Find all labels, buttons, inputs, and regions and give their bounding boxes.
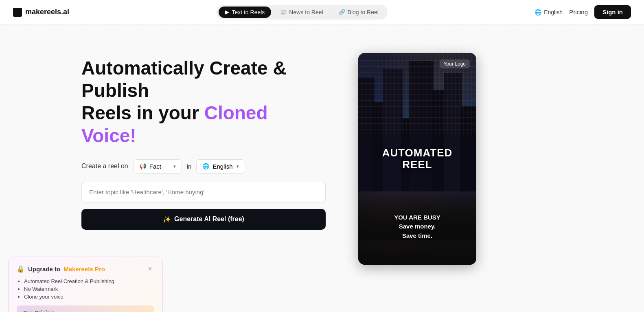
news-icon: 📰 — [280, 9, 287, 15]
lang-chevron-down-icon: ▾ — [237, 164, 239, 169]
reel-bottom-text: YOU ARE BUSY Save money. Save time. — [370, 213, 464, 241]
upgrade-feature-3: Clone your voice — [24, 294, 154, 300]
tab-news-to-reel-label: News to Reel — [289, 9, 323, 15]
lock-icon: 🔒 — [17, 265, 25, 273]
upgrade-title: 🔒 Upgrade to Makereels Pro — [17, 265, 105, 273]
in-label: in — [187, 163, 192, 170]
close-icon: × — [148, 265, 152, 272]
reel-title-line2: REEL — [402, 158, 432, 171]
upgrade-prefix: Upgrade to — [28, 266, 60, 272]
upgrade-features-list: Automated Reel Creation & Publishing No … — [17, 278, 154, 300]
header: makereels.ai ▶ Text to Reels 📰 News to R… — [0, 0, 644, 24]
hero-title-line1: Automatically Create & Publish — [81, 57, 287, 101]
see-pricing-button[interactable]: See Pricing → — [17, 305, 154, 312]
language-dropdown-label: English — [212, 163, 232, 170]
close-banner-button[interactable]: × — [146, 264, 154, 273]
reel-title: AUTOMATED REEL — [370, 147, 464, 170]
create-row: Create a reel on 📢 Fact ▾ in 🌐 English ▾ — [81, 159, 326, 174]
generate-button[interactable]: ✨ Generate AI Reel (free) — [81, 209, 326, 230]
see-pricing-label: See Pricing — [23, 310, 54, 312]
upgrade-banner: 🔒 Upgrade to Makereels Pro × Automated R… — [8, 257, 163, 312]
fact-label: Fact — [149, 163, 161, 170]
header-right: 🌐 English Pricing Sign in — [534, 5, 631, 19]
reel-bottom-line3: Save time. — [370, 231, 464, 241]
language-dropdown[interactable]: 🌐 English ▾ — [196, 159, 245, 174]
reel-preview: Your Logo AUTOMATED REEL YOU ARE BUSY Sa… — [358, 53, 476, 265]
logo-icon — [13, 8, 22, 17]
create-label: Create a reel on — [81, 163, 128, 170]
tab-text-to-reels-label: Text to Reels — [232, 9, 265, 15]
tab-news-to-reel[interactable]: 📰 News to Reel — [274, 7, 329, 18]
signin-button[interactable]: Sign in — [594, 5, 631, 19]
pricing-link[interactable]: Pricing — [569, 9, 588, 15]
sparkle-icon: ✨ — [163, 215, 171, 223]
reel-bottom-line1: YOU ARE BUSY — [370, 213, 464, 222]
signin-label: Sign in — [602, 9, 623, 15]
left-panel: Automatically Create & Publish Reels in … — [81, 57, 326, 230]
hero-title-line2-prefix: Reels in your — [81, 102, 204, 123]
arrow-right-icon: → — [142, 310, 148, 312]
upgrade-header: 🔒 Upgrade to Makereels Pro × — [17, 264, 154, 273]
reel-bottom-line2: Save money. — [370, 222, 464, 231]
language-label: English — [544, 9, 563, 15]
tab-blog-to-reel-label: Blog to Reel — [348, 9, 379, 15]
globe-icon: 🌐 — [202, 163, 209, 169]
topic-input[interactable] — [81, 182, 326, 202]
hero-title: Automatically Create & Publish Reels in … — [81, 57, 326, 147]
translate-icon: 🌐 — [534, 9, 541, 15]
video-icon: ▶ — [225, 9, 229, 15]
nav-tabs: ▶ Text to Reels 📰 News to Reel 🔗 Blog to… — [216, 5, 387, 20]
logo-text: makereels.ai — [25, 8, 69, 16]
tab-text-to-reels[interactable]: ▶ Text to Reels — [219, 7, 271, 18]
main-content: Automatically Create & Publish Reels in … — [0, 24, 644, 289]
link-icon: 🔗 — [339, 9, 345, 15]
upgrade-pro-label: Makereels Pro — [64, 266, 105, 272]
reel-title-line1: AUTOMATED — [382, 147, 453, 159]
fact-dropdown[interactable]: 📢 Fact ▾ — [133, 159, 182, 174]
upgrade-feature-2: No Watermark — [24, 286, 154, 292]
tab-blog-to-reel[interactable]: 🔗 Blog to Reel — [332, 7, 385, 18]
fact-chevron-down-icon: ▾ — [173, 164, 176, 169]
fact-icon: 📢 — [139, 163, 146, 169]
reel-main-text: AUTOMATED REEL — [370, 147, 464, 170]
generate-label: Generate AI Reel (free) — [174, 215, 244, 223]
pricing-label: Pricing — [569, 9, 588, 15]
upgrade-feature-1: Automated Reel Creation & Publishing — [24, 278, 154, 284]
language-selector[interactable]: 🌐 English — [534, 9, 563, 15]
logo[interactable]: makereels.ai — [13, 8, 69, 17]
reel-logo-placeholder: Your Logo — [440, 59, 470, 68]
